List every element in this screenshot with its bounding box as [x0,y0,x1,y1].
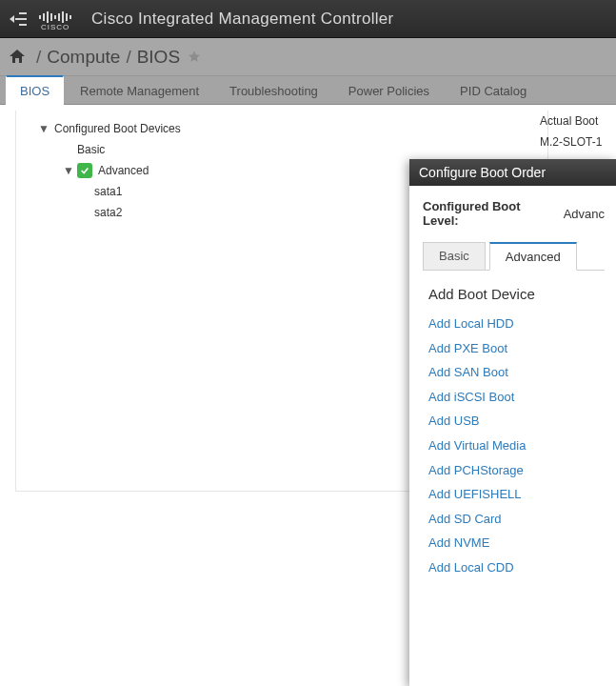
tree-root-row[interactable]: ▼ Configured Boot Devices [37,118,547,139]
svg-rect-12 [70,15,71,19]
actual-boot-info: Actual Boot M.2-SLOT-1 [540,111,616,152]
svg-rect-10 [62,11,64,23]
add-nvme-link[interactable]: Add NVME [428,531,605,555]
svg-rect-4 [39,15,41,19]
modal-body: Configured Boot Level: Advanc Basic Adva… [409,186,616,686]
highlighted-label: Add SD Card [428,512,502,527]
modal-tab-advanced[interactable]: Advanced [489,242,577,271]
add-san-boot-link[interactable]: Add SAN Boot [428,360,605,385]
svg-rect-7 [50,13,52,21]
modal-title: Configure Boot Order [409,159,616,186]
svg-rect-1 [15,18,27,20]
svg-text:CISCO: CISCO [41,23,70,30]
cisco-logo: CISCO [38,8,80,30]
add-local-cdd-link[interactable]: Add Local CDD [428,555,605,580]
svg-rect-5 [43,13,45,21]
checkmark-icon [77,163,92,178]
tree-root-label: Configured Boot Devices [54,122,181,135]
tab-troubleshooting[interactable]: Troubleshooting [215,76,332,105]
configured-boot-level-row: Configured Boot Level: Advanc [423,199,605,228]
svg-rect-9 [58,13,60,21]
tab-remote-management[interactable]: Remote Management [66,76,213,105]
add-pxe-boot-link[interactable]: Add PXE Boot [428,336,605,361]
add-iscsi-boot-link[interactable]: Add iSCSI Boot [428,385,605,410]
tree-item-label: sata2 [94,206,122,219]
add-local-hdd-link[interactable]: Add Local HDD [428,312,605,336]
main-tabs: BIOS Remote Management Troubleshooting P… [0,76,616,105]
tree-basic-label: Basic [77,143,105,156]
tab-pid-catalog[interactable]: PID Catalog [446,76,541,105]
product-name: Cisco Integrated Management Controller [91,10,394,29]
svg-marker-3 [10,15,14,23]
modal-tabs: Basic Advanced [423,241,605,271]
svg-rect-8 [54,15,56,19]
add-virtual-media-link[interactable]: Add Virtual Media [428,434,605,458]
configured-boot-level-value: Advanc [564,207,605,221]
menu-icon[interactable] [10,12,27,26]
add-usb-link[interactable]: Add USB [428,409,605,434]
tree-advanced-label: Advanced [98,164,149,177]
add-pchstorage-link[interactable]: Add PCHStorage [428,458,605,483]
svg-rect-11 [66,13,68,21]
tree-item-label: sata1 [94,185,122,198]
svg-rect-0 [19,12,27,14]
add-boot-device-list: Add Local HDD Add PXE Boot Add SAN Boot … [423,312,605,580]
add-sd-card-link[interactable]: Add SD Card [428,507,605,532]
svg-rect-6 [47,11,49,23]
top-bar: CISCO Cisco Integrated Management Contro… [0,0,616,38]
modal-tab-basic[interactable]: Basic [423,242,486,271]
collapse-icon[interactable]: ▼ [62,164,75,177]
configured-boot-level-label: Configured Boot Level: [423,199,554,228]
collapse-icon[interactable]: ▼ [37,122,50,135]
tab-bios[interactable]: BIOS [6,75,64,105]
configure-boot-order-modal: Configure Boot Order Configured Boot Lev… [409,159,616,686]
add-boot-device-heading: Add Boot Device [428,286,605,302]
actual-boot-item: M.2-SLOT-1 [540,131,616,152]
svg-rect-2 [19,24,27,26]
actual-boot-heading: Actual Boot [540,111,616,131]
tab-power-policies[interactable]: Power Policies [334,76,444,105]
tree-basic-row[interactable]: Basic [37,139,547,160]
add-uefishell-link[interactable]: Add UEFISHELL [428,482,605,507]
